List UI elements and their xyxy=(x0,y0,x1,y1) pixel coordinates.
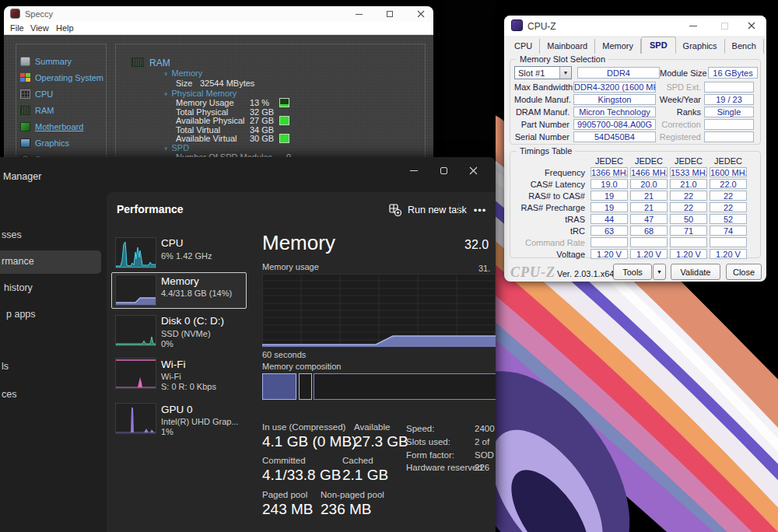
module-manuf-value: Kingston xyxy=(573,94,656,105)
cpu-chip-icon xyxy=(20,89,30,99)
performance-page-title: Performance xyxy=(117,203,184,215)
run-new-task-icon xyxy=(389,204,401,216)
timings-row-trc: tRC 63687174 xyxy=(517,226,747,236)
close-icon xyxy=(469,166,478,175)
memory-usage-graph xyxy=(262,274,496,347)
close-button[interactable] xyxy=(408,6,433,22)
non-paged-pool-label: Non-paged pool xyxy=(321,490,384,499)
tab-spd[interactable]: SPD xyxy=(641,37,676,54)
sidebar-item-startup-apps[interactable]: p apps xyxy=(6,309,36,320)
correction-value xyxy=(704,119,754,130)
usage-meter xyxy=(279,98,289,107)
composition-standby-segment[interactable] xyxy=(314,373,496,400)
sidebar-item-motherboard[interactable]: Motherboard xyxy=(16,121,106,135)
timings-row-voltage: Voltage 1.20 V1.20 V1.20 V1.20 V xyxy=(517,249,747,259)
ranks-label: Ranks xyxy=(656,107,704,117)
tab-about[interactable]: About xyxy=(764,39,766,54)
tree-section-spd[interactable]: SPD xyxy=(164,143,189,152)
run-new-task-button[interactable]: Run new task xyxy=(383,200,473,220)
tree-section-memory[interactable]: Memory xyxy=(164,68,202,78)
paged-pool-value: 243 MB xyxy=(262,501,313,518)
close-icon xyxy=(748,22,755,30)
tree-row-available-physical: Available Physical 27 GB xyxy=(176,116,244,125)
sidebar-item-ram[interactable]: RAM xyxy=(16,104,106,118)
speed-label: Speed: xyxy=(406,424,434,433)
tab-memory[interactable]: Memory xyxy=(595,39,641,54)
tab-cpu[interactable]: CPU xyxy=(507,39,540,54)
minimize-button[interactable] xyxy=(682,17,705,34)
sidebar-item-services[interactable]: ces xyxy=(2,389,16,400)
dram-manuf-value: Micron Technology xyxy=(573,107,656,117)
available-label: Available xyxy=(354,422,390,432)
sidebar-item-summary[interactable]: Summary xyxy=(16,55,106,69)
wifi-sparkline xyxy=(115,358,156,389)
non-paged-pool-value: 236 MB xyxy=(321,501,371,518)
close-button[interactable] xyxy=(740,17,763,34)
registered-label: Registered xyxy=(656,132,704,142)
week-year-label: Week/Year xyxy=(656,95,704,104)
memory-usage-label: Memory usage xyxy=(262,262,319,271)
speccy-app-icon xyxy=(10,9,20,19)
spd-ext-value xyxy=(704,82,754,93)
maximize-button[interactable] xyxy=(377,6,402,22)
minimize-button[interactable] xyxy=(400,160,428,180)
timings-row-command-rate: Command Rate xyxy=(517,237,747,247)
close-dialog-button[interactable]: Close xyxy=(726,264,762,280)
max-bandwidth-value: DDR4-3200 (1600 MHz) xyxy=(573,82,656,93)
slot-select-dropdown[interactable]: Slot #1 ▼ xyxy=(514,66,572,79)
form-factor-value: SOD xyxy=(475,450,494,460)
graph-x-axis-label: 60 seconds xyxy=(262,350,306,359)
speccy-content: Summary Operating System CPU RAM Motherb… xyxy=(4,36,433,157)
menu-help[interactable]: Help xyxy=(56,23,74,33)
timings-row-ras-precharge: RAS# Precharge 19212222 xyxy=(517,202,747,212)
header-divider xyxy=(458,203,459,217)
minimize-button[interactable] xyxy=(346,6,371,22)
tab-graphics[interactable]: Graphics xyxy=(676,39,725,54)
tree-row-size: Size 32544 MBytes xyxy=(176,79,192,88)
tools-dropdown-arrow[interactable]: ▼ xyxy=(653,264,666,280)
menu-view[interactable]: View xyxy=(30,23,49,33)
cached-value: 2.1 GB xyxy=(342,467,388,484)
sidebar-item-performance[interactable]: rmance xyxy=(2,256,34,267)
memory-pane-title: Memory xyxy=(262,231,335,255)
gpu-sparkline xyxy=(115,403,156,434)
validate-button[interactable]: Validate xyxy=(671,264,720,280)
clipboard-icon xyxy=(20,57,30,66)
dram-manuf-label: DRAM Manuf. xyxy=(514,107,573,117)
sidebar-item-operating-system[interactable]: Operating System xyxy=(16,72,106,86)
available-value: 27.3 GB xyxy=(354,433,408,450)
desktop: Speccy File View Help Summary Operating … xyxy=(0,0,778,532)
composition-in-use-segment[interactable] xyxy=(262,373,296,400)
committed-value: 4.1/33.8 GB xyxy=(262,467,341,484)
sidebar-item-graphics[interactable]: Graphics xyxy=(16,137,106,151)
group-title: Memory Slot Selection xyxy=(517,54,608,64)
group-title: Timings Table xyxy=(517,146,575,156)
speccy-menubar: File View Help xyxy=(4,22,433,35)
tree-section-physical-memory[interactable]: Physical Memory xyxy=(164,89,237,98)
sidebar-item-cpu[interactable]: CPU xyxy=(16,88,106,102)
tab-bench[interactable]: Bench xyxy=(725,39,764,54)
tools-button[interactable]: Tools xyxy=(613,264,652,280)
sidebar-item-app-history[interactable]: history xyxy=(4,282,33,293)
speccy-sidebar: Summary Operating System CPU RAM Motherb… xyxy=(16,44,107,157)
composition-modified-segment[interactable] xyxy=(299,373,312,400)
in-use-value: 4.1 GB (0 MB) xyxy=(262,433,356,450)
timings-row-tras: tRAS 44475052 xyxy=(517,214,747,224)
menu-file[interactable]: File xyxy=(10,23,24,33)
sidebar-item-details[interactable]: ls xyxy=(2,361,9,372)
ranks-value: Single xyxy=(704,107,754,117)
maximize-button xyxy=(713,17,736,34)
chevron-down-icon: ▼ xyxy=(559,67,571,79)
monitor-icon xyxy=(20,138,30,148)
serial-number-label: Serial Number xyxy=(514,132,573,142)
sidebar-item-processes[interactable]: sses xyxy=(2,229,22,240)
performance-panel: Performance Run new task ••• xyxy=(107,192,496,532)
more-options-button[interactable]: ••• xyxy=(469,200,491,220)
tab-mainboard[interactable]: Mainboard xyxy=(540,39,595,54)
maximize-button[interactable] xyxy=(429,160,457,180)
close-button[interactable] xyxy=(459,160,487,180)
speccy-titlebar: Speccy xyxy=(4,6,433,22)
cpuz-window-title: CPU-Z xyxy=(527,21,556,32)
serial-number-value: 54D450B4 xyxy=(573,131,656,142)
hardware-reserved-label: Hardware reserved: xyxy=(406,463,485,472)
